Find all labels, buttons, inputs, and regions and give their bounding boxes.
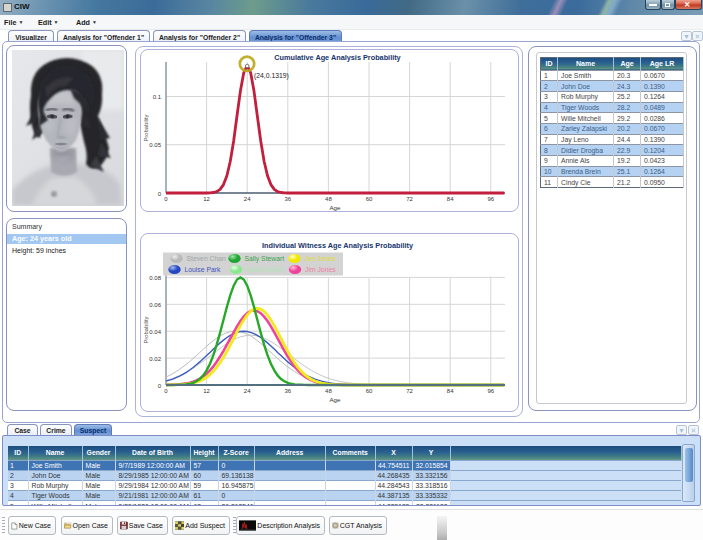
svg-text:0: 0	[164, 388, 168, 394]
svg-text:Probability: Probability	[143, 316, 149, 343]
svg-text:12: 12	[203, 388, 210, 394]
svg-text:0.04: 0.04	[149, 329, 161, 335]
svg-text:Age: Age	[329, 396, 341, 403]
svg-text:Sarah Smith: Sarah Smith	[246, 266, 284, 273]
svg-text:60: 60	[366, 388, 373, 394]
svg-text:Steven Chan: Steven Chan	[187, 255, 227, 262]
svg-text:Louise Park: Louise Park	[185, 266, 221, 273]
svg-text:60: 60	[366, 196, 373, 202]
svg-text:12: 12	[203, 196, 210, 202]
svg-text:36: 36	[284, 388, 291, 394]
svg-text:24: 24	[244, 196, 251, 202]
svg-text:24: 24	[244, 388, 251, 394]
svg-text:0: 0	[164, 196, 168, 202]
svg-text:48: 48	[325, 196, 332, 202]
svg-text:84: 84	[447, 196, 454, 202]
svg-text:36: 36	[284, 196, 291, 202]
svg-text:0.05: 0.05	[149, 142, 161, 148]
svg-text:0.06: 0.06	[149, 302, 161, 308]
svg-text:96: 96	[487, 388, 494, 394]
svg-text:48: 48	[325, 388, 332, 394]
svg-text:0.08: 0.08	[149, 275, 161, 281]
svg-text:(24,0.1319): (24,0.1319)	[254, 72, 289, 80]
svg-text:Probability: Probability	[143, 114, 149, 141]
svg-text:Sally Stewart: Sally Stewart	[245, 255, 285, 263]
svg-text:0.02: 0.02	[149, 356, 161, 362]
svg-text:72: 72	[406, 196, 413, 202]
svg-text:96: 96	[487, 196, 494, 202]
svg-text:Jim Jones: Jim Jones	[305, 266, 336, 273]
svg-text:Age: Age	[329, 204, 341, 211]
svg-text:0: 0	[158, 383, 162, 389]
svg-text:0: 0	[158, 191, 162, 197]
svg-text:Jen Jones: Jen Jones	[305, 255, 337, 262]
svg-text:0.1: 0.1	[153, 94, 162, 100]
svg-text:72: 72	[406, 388, 413, 394]
svg-text:84: 84	[447, 388, 454, 394]
